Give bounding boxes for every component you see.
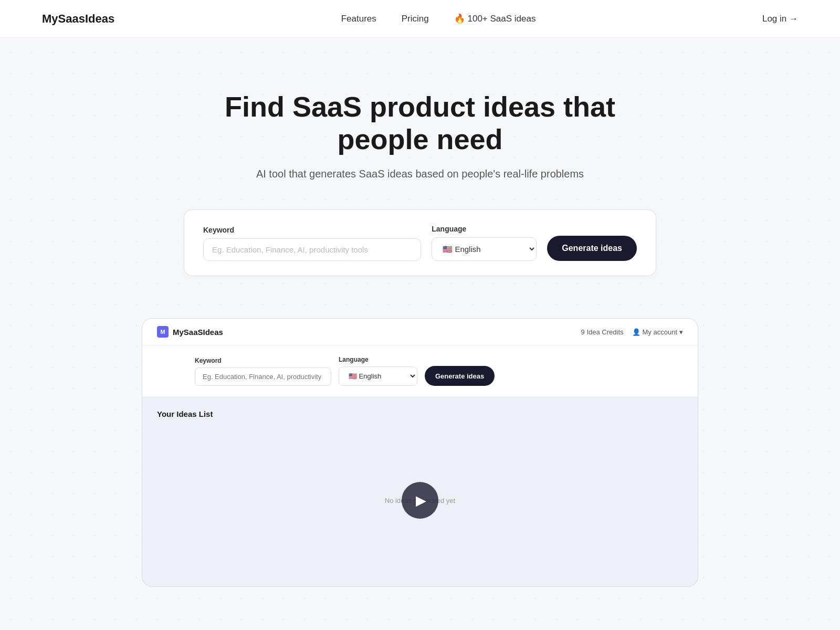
preview-body: Keyword Language 🇺🇸 English Generate ide… xyxy=(142,345,698,586)
nav-features[interactable]: Features xyxy=(341,14,376,24)
search-container: Keyword Language 🇺🇸 English Generate ide… xyxy=(184,209,656,276)
preview-ideas-section: Your Ideas List No ideas generated yet ▶ xyxy=(142,397,698,586)
preview-window: M MySaaSIdeas 9 Idea Credits 👤 My accoun… xyxy=(142,318,698,587)
preview-credits: 9 Idea Credits xyxy=(581,328,624,336)
preview-search-bar: Keyword Language 🇺🇸 English Generate ide… xyxy=(142,345,698,397)
keyword-field: Keyword xyxy=(203,226,421,261)
nav-pricing[interactable]: Pricing xyxy=(402,14,429,24)
preview-language-select[interactable]: 🇺🇸 English xyxy=(339,366,417,386)
nav-saas-ideas[interactable]: 🔥 100+ SaaS ideas xyxy=(454,14,536,24)
preview-keyword-field: Keyword xyxy=(195,357,331,386)
preview-nav-right: 9 Idea Credits 👤 My account ▾ xyxy=(581,328,683,336)
preview-navbar: M MySaaSIdeas 9 Idea Credits 👤 My accoun… xyxy=(142,319,698,345)
nav-links: Features Pricing 🔥 100+ SaaS ideas xyxy=(341,13,536,24)
language-field: Language 🇺🇸 English xyxy=(432,225,537,261)
preview-keyword-input[interactable] xyxy=(195,368,331,386)
play-icon: ▶ xyxy=(416,492,426,509)
chevron-down-icon: ▾ xyxy=(679,328,683,336)
preview-logo-icon: M xyxy=(157,326,169,338)
hero-subtitle: AI tool that generates SaaS ideas based … xyxy=(256,168,584,180)
preview-generate-button[interactable]: Generate ideas xyxy=(425,366,495,386)
nav-logo[interactable]: MySaasIdeas xyxy=(42,12,114,26)
hero-section: Find SaaS product ideas that people need… xyxy=(0,38,840,308)
play-button[interactable]: ▶ xyxy=(402,482,438,519)
keyword-input[interactable] xyxy=(203,238,421,261)
preview-keyword-label: Keyword xyxy=(195,357,331,364)
navbar: MySaasIdeas Features Pricing 🔥 100+ SaaS… xyxy=(0,0,840,38)
language-label: Language xyxy=(432,225,537,233)
generate-ideas-button[interactable]: Generate ideas xyxy=(547,236,637,261)
preview-language-label: Language xyxy=(339,356,417,363)
preview-logo-area: M MySaaSIdeas xyxy=(157,326,223,338)
keyword-label: Keyword xyxy=(203,226,421,234)
preview-ideas-title: Your Ideas List xyxy=(157,410,683,418)
preview-wrapper: M MySaaSIdeas 9 Idea Credits 👤 My accoun… xyxy=(0,308,840,618)
preview-language-field: Language 🇺🇸 English xyxy=(339,356,417,386)
preview-account[interactable]: 👤 My account ▾ xyxy=(632,328,683,336)
account-icon: 👤 xyxy=(632,328,640,336)
hero-title: Find SaaS product ideas that people need xyxy=(184,90,656,155)
preview-logo-text: MySaaSIdeas xyxy=(173,328,223,337)
nav-login[interactable]: Log in → xyxy=(762,14,798,24)
preview-content-area: No ideas generated yet ▶ xyxy=(157,427,683,574)
language-select[interactable]: 🇺🇸 English xyxy=(432,237,537,261)
